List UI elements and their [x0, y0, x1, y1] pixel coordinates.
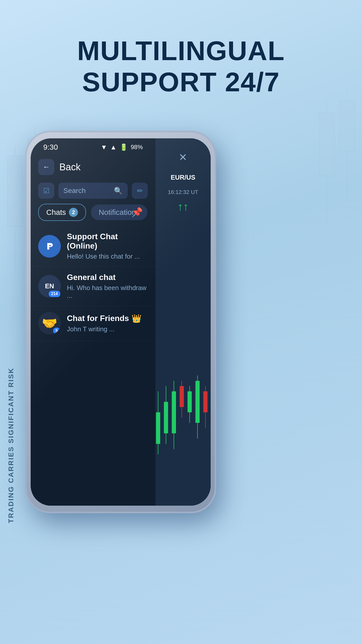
chat-name-friends: Chat for Friends 👑 — [67, 314, 148, 323]
chat-preview-friends: John T writing ... — [67, 325, 148, 333]
toolbar: ☑ Search 🔍 ✏ — [31, 180, 155, 201]
svg-rect-13 — [164, 402, 168, 433]
main-heading: MULTILINGUAL SUPPORT 24/7 — [0, 35, 362, 98]
chat-preview-general: Hi. Who has been withdraw ... — [67, 284, 148, 300]
check-icon: ☑ — [43, 187, 50, 195]
chat-content-general: General chat Hi. Who has been withdraw .… — [67, 273, 148, 300]
chat-list: Support Chat (Online) Hello! Use this ch… — [31, 223, 155, 343]
trend-arrows: ↑↑ — [177, 200, 189, 213]
search-placeholder: Search — [63, 187, 111, 195]
back-label: Back — [59, 162, 80, 173]
chat-name-support: Support Chat (Online) — [67, 232, 148, 251]
svg-rect-15 — [172, 391, 176, 433]
back-button[interactable]: ← — [38, 159, 54, 175]
chats-badge: 2 — [69, 208, 78, 217]
avatar-general: EN 214 — [38, 275, 61, 298]
chat-name-general: General chat — [67, 273, 148, 282]
battery-percent: 98% — [131, 144, 143, 151]
chat-content-support: Support Chat (Online) Hello! Use this ch… — [67, 232, 148, 260]
tab-chats[interactable]: Chats 2 — [38, 204, 86, 221]
compose-icon: ✏ — [137, 187, 143, 195]
back-arrow-icon: ← — [43, 163, 50, 171]
chat-content-friends: Chat for Friends 👑 John T writing ... — [67, 314, 148, 333]
tab-chats-label: Chats — [46, 208, 66, 217]
search-icon: 🔍 — [114, 187, 123, 195]
svg-rect-17 — [180, 386, 184, 407]
svg-rect-23 — [203, 391, 208, 412]
back-header: ← Back — [31, 154, 155, 180]
currency-time: 16:12:32 UT — [165, 189, 201, 195]
svg-rect-21 — [195, 381, 200, 423]
svg-rect-7 — [319, 113, 334, 176]
right-panel: ✕ EUR/US 16:12:32 UT ↑↑ — [155, 138, 211, 506]
crown-icon: 👑 — [131, 314, 142, 323]
search-box[interactable]: Search 🔍 — [58, 183, 128, 199]
chat-item-support[interactable]: Support Chat (Online) Hello! Use this ch… — [31, 226, 155, 267]
close-button[interactable]: ✕ — [174, 148, 192, 166]
avatar-support — [38, 235, 61, 258]
phone-screen: ✕ EUR/US 16:12:32 UT ↑↑ — [31, 138, 211, 506]
signal-icon: ▲ — [110, 143, 117, 151]
side-disclaimer: TRADING CARRIES SIGNIFICANT RISK — [7, 368, 15, 523]
pin-icon: 📌 — [131, 207, 143, 218]
status-icons: ▼ ▲ 🔋 98% — [101, 143, 143, 151]
chat-preview-support: Hello! Use this chat for ... — [67, 253, 148, 260]
currency-pair: EUR/US — [168, 171, 198, 184]
svg-rect-19 — [188, 391, 192, 412]
phone-frame: ✕ EUR/US 16:12:32 UT ↑↑ — [25, 131, 216, 513]
avatar-badge-general: 214 — [48, 290, 61, 298]
svg-rect-9 — [339, 101, 354, 151]
wifi-icon: ▼ — [101, 143, 107, 151]
status-time: 9:30 — [43, 143, 58, 151]
phone-mockup: ✕ EUR/US 16:12:32 UT ↑↑ — [25, 131, 241, 574]
avatar-badge-friends: 5 — [53, 327, 61, 335]
avatar-friends: 🤝 5 — [38, 312, 61, 335]
status-bar: 9:30 ▼ ▲ 🔋 98% — [31, 138, 155, 154]
svg-rect-1 — [8, 156, 23, 226]
compose-button[interactable]: ✏ — [132, 183, 148, 199]
battery-icon: 🔋 — [120, 143, 128, 151]
tab-row: Chats 2 Notifications 📌 — [31, 201, 155, 223]
check-button[interactable]: ☑ — [38, 183, 54, 199]
chat-item-general[interactable]: EN 214 General chat Hi. Who has been wit… — [31, 267, 155, 306]
svg-rect-11 — [156, 412, 160, 444]
chat-item-friends[interactable]: 🤝 5 Chat for Friends 👑 John T writing ..… — [31, 306, 155, 341]
